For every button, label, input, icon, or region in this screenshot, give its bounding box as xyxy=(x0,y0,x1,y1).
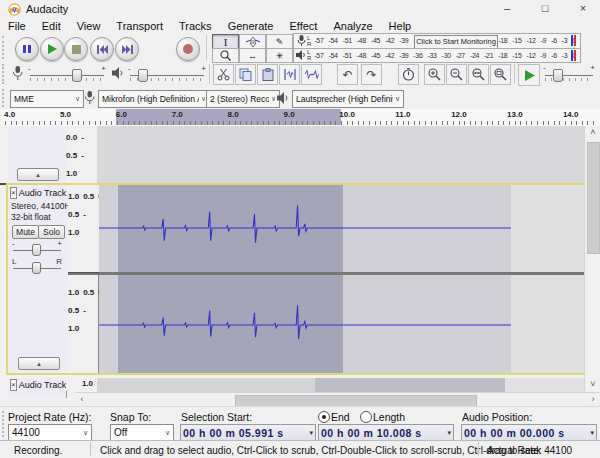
scroll-up-arrow[interactable]: ˄ xyxy=(585,126,600,140)
play-at-speed-button[interactable] xyxy=(518,64,540,86)
toolbar-grip[interactable] xyxy=(2,89,8,107)
length-radio[interactable] xyxy=(360,411,372,423)
project-rate-select[interactable]: 44100∨ xyxy=(8,424,92,441)
stop-button[interactable] xyxy=(64,37,88,61)
playback-volume-slider[interactable]: - + xyxy=(128,64,206,84)
menu-item[interactable]: Effect xyxy=(282,20,326,32)
vertical-scrollbar-thumb[interactable] xyxy=(587,142,600,254)
collapse-track-button[interactable]: ▲ xyxy=(18,357,60,370)
pan-slider[interactable]: L R xyxy=(12,259,62,275)
menu-item[interactable]: Tracks xyxy=(171,20,220,32)
track-waveform-segment[interactable] xyxy=(97,378,315,392)
gain-thumb[interactable] xyxy=(32,244,41,256)
scroll-down-arrow[interactable]: ˅ xyxy=(585,378,600,392)
pan-thumb[interactable] xyxy=(32,262,41,274)
track-main[interactable]: × Audio Track ▼ Stereo, 44100Hz 32-bit f… xyxy=(6,183,584,375)
status-divider xyxy=(90,442,91,456)
track-title[interactable]: Audio Track xyxy=(19,188,67,198)
sync-lock-button[interactable] xyxy=(398,64,419,85)
title-bar[interactable]: Audacity – □ × xyxy=(0,0,600,18)
undo-button[interactable]: ↶ xyxy=(337,64,358,85)
selection-tool-button[interactable]: I xyxy=(212,34,239,49)
track-waveform-segment[interactable] xyxy=(315,378,505,392)
envelope-tool-button[interactable] xyxy=(239,34,266,49)
solo-button[interactable]: Solo xyxy=(38,225,65,239)
selection-start-field[interactable]: 00 h 00 m 05.991 s▾ xyxy=(180,424,316,441)
vertical-scrollbar[interactable]: ˄ ˅ xyxy=(584,126,600,392)
playback-meter[interactable]: LR -57-54-51-48-45-42-39-36-33-30-27-24-… xyxy=(293,48,581,64)
silence-audio-button[interactable] xyxy=(301,64,322,85)
close-track-button[interactable]: × xyxy=(10,187,17,199)
recording-meter[interactable]: LR -57-54-51-48-45-42-39-36-33-30-27-24-… xyxy=(293,33,581,49)
start-monitoring-button[interactable]: Click to Start Monitoring xyxy=(414,35,498,49)
vertical-ruler-ch1[interactable]: 1.00.50.0-0.5-1.0 xyxy=(68,185,100,272)
vertical-ruler[interactable]: 1.0 xyxy=(66,378,98,392)
vertical-ruler[interactable]: 0.0-0.5-1.0 xyxy=(66,126,98,183)
mute-button[interactable]: Mute xyxy=(12,225,39,239)
track-waveform-empty[interactable] xyxy=(97,126,584,183)
track-bottom-partial[interactable]: × Audio Track ▼ 1.0 xyxy=(0,378,584,392)
zoom-in-button[interactable] xyxy=(424,64,445,85)
track-control-panel[interactable]: ▲ xyxy=(8,126,67,183)
timeshift-tool-button[interactable]: ↔ xyxy=(239,48,266,63)
play-speed-slider[interactable]: - + xyxy=(543,64,595,84)
audio-position-field[interactable]: 00 h 00 m 00.000 s▾ xyxy=(461,424,597,441)
toolbar-grip[interactable] xyxy=(2,64,8,84)
scroll-right-arrow[interactable]: › xyxy=(586,393,600,407)
track-format-info: Stereo, 44100Hz xyxy=(11,201,75,211)
menu-item[interactable]: View xyxy=(69,20,109,32)
recording-channels-select[interactable]: 2 (Stereo) Recor∨ xyxy=(206,90,280,108)
playback-volume-thumb[interactable] xyxy=(138,69,148,82)
track-title[interactable]: Audio Track xyxy=(19,380,67,390)
draw-tool-button[interactable]: ✎ xyxy=(266,34,293,49)
zoom-tool-button[interactable] xyxy=(212,48,239,63)
pause-button[interactable] xyxy=(15,37,39,61)
close-button[interactable]: × xyxy=(568,0,598,18)
track-control-panel[interactable]: × Audio Track ▼ xyxy=(8,378,67,392)
menu-item[interactable]: Generate xyxy=(220,20,282,32)
recording-volume-slider[interactable]: - + xyxy=(28,64,106,84)
slider-ticks xyxy=(30,78,104,81)
skip-to-end-button[interactable] xyxy=(115,37,139,61)
menu-item[interactable]: File xyxy=(0,20,34,32)
menu-item[interactable]: Edit xyxy=(34,20,69,32)
zoom-out-button[interactable] xyxy=(446,64,467,85)
recording-device-select[interactable]: Mikrofon (High Definition A∨ xyxy=(98,90,210,108)
end-radio[interactable] xyxy=(318,411,330,423)
record-button[interactable] xyxy=(176,37,200,61)
maximize-button[interactable]: □ xyxy=(530,0,560,18)
paste-button[interactable] xyxy=(257,64,278,85)
menu-item[interactable]: Transport xyxy=(108,20,171,32)
redo-button[interactable]: ↷ xyxy=(361,64,382,85)
menu-item[interactable]: Help xyxy=(381,20,420,32)
fit-selection-button[interactable] xyxy=(468,64,489,85)
close-track-button[interactable]: × xyxy=(10,379,17,391)
fit-project-button[interactable] xyxy=(490,64,511,85)
gain-slider[interactable]: - + xyxy=(12,241,62,257)
cut-button[interactable] xyxy=(213,64,234,85)
collapse-track-button[interactable]: ▲ xyxy=(17,168,59,181)
scroll-left-arrow[interactable]: ‹ xyxy=(75,393,89,407)
horizontal-scrollbar[interactable]: ‹ › xyxy=(75,392,600,407)
vertical-ruler-ch2[interactable]: 1.00.50.0-0.5-1.0 xyxy=(68,275,99,373)
menu-item[interactable]: Analyze xyxy=(325,20,380,32)
copy-button[interactable] xyxy=(235,64,256,85)
speaker-icon xyxy=(277,92,289,104)
playback-device-select[interactable]: Lautsprecher (High Definitio∨ xyxy=(292,90,404,108)
multi-tool-button[interactable]: ✳ xyxy=(266,48,293,63)
track-waveform-area[interactable] xyxy=(99,185,585,373)
play-speed-thumb[interactable] xyxy=(553,69,563,82)
audio-host-select[interactable]: MME∨ xyxy=(10,90,84,108)
snap-to-select[interactable]: Off∨ xyxy=(110,424,174,441)
toolbar-grip[interactable] xyxy=(2,36,8,59)
minimize-button[interactable]: – xyxy=(492,0,522,18)
horizontal-scrollbar-thumb[interactable] xyxy=(235,395,477,407)
recording-volume-thumb[interactable] xyxy=(72,69,82,82)
track-waveform-segment[interactable] xyxy=(505,378,584,392)
track-control-panel[interactable]: × Audio Track ▼ Stereo, 44100Hz 32-bit f… xyxy=(8,185,69,373)
skip-to-start-button[interactable] xyxy=(90,37,114,61)
selection-end-field[interactable]: 00 h 00 m 10.008 s▾ xyxy=(318,424,454,441)
play-button[interactable] xyxy=(40,37,64,61)
trim-audio-button[interactable] xyxy=(279,64,300,85)
timeline-ruler[interactable]: 4.05.06.07.08.09.010.011.012.013.014.0 xyxy=(0,109,600,127)
